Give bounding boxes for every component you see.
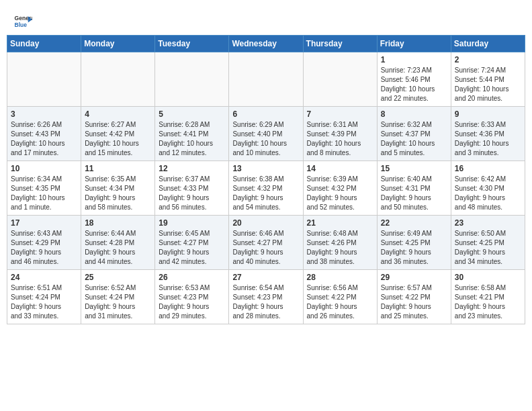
day-number: 4 [85, 109, 151, 119]
weekday-header-friday: Friday [377, 36, 451, 52]
week-row-5: 24Sunrise: 6:51 AM Sunset: 4:24 PM Dayli… [7, 270, 525, 324]
week-row-3: 10Sunrise: 6:34 AM Sunset: 4:35 PM Dayli… [7, 161, 525, 216]
day-number: 23 [455, 218, 521, 228]
week-row-4: 17Sunrise: 6:43 AM Sunset: 4:29 PM Dayli… [7, 216, 525, 270]
calendar-cell: 2Sunrise: 7:24 AM Sunset: 5:44 PM Daylig… [451, 52, 525, 107]
day-info: Sunrise: 6:38 AM Sunset: 4:32 PM Dayligh… [232, 175, 299, 212]
calendar-cell: 11Sunrise: 6:35 AM Sunset: 4:34 PM Dayli… [81, 161, 155, 216]
calendar-cell: 14Sunrise: 6:39 AM Sunset: 4:32 PM Dayli… [303, 161, 377, 216]
day-info: Sunrise: 6:52 AM Sunset: 4:24 PM Dayligh… [85, 283, 151, 321]
calendar-cell: 20Sunrise: 6:46 AM Sunset: 4:27 PM Dayli… [229, 216, 303, 270]
day-number: 7 [307, 109, 373, 119]
day-number: 18 [85, 218, 151, 228]
calendar-cell: 28Sunrise: 6:56 AM Sunset: 4:22 PM Dayli… [303, 270, 377, 324]
calendar-cell: 5Sunrise: 6:28 AM Sunset: 4:41 PM Daylig… [155, 107, 229, 161]
day-number: 13 [232, 164, 299, 173]
calendar-cell: 6Sunrise: 6:29 AM Sunset: 4:40 PM Daylig… [229, 107, 303, 161]
calendar-cell: 25Sunrise: 6:52 AM Sunset: 4:24 PM Dayli… [81, 270, 155, 324]
day-info: Sunrise: 6:35 AM Sunset: 4:34 PM Dayligh… [85, 175, 151, 212]
day-number: 28 [307, 273, 373, 282]
day-number: 3 [11, 109, 77, 119]
day-info: Sunrise: 6:48 AM Sunset: 4:26 PM Dayligh… [307, 229, 373, 267]
day-info: Sunrise: 6:40 AM Sunset: 4:31 PM Dayligh… [381, 175, 447, 212]
day-number: 21 [307, 218, 373, 228]
calendar-cell: 12Sunrise: 6:37 AM Sunset: 4:33 PM Dayli… [155, 161, 229, 216]
day-number: 5 [159, 109, 225, 119]
day-number: 16 [455, 164, 521, 173]
day-number: 2 [455, 55, 521, 64]
day-info: Sunrise: 7:24 AM Sunset: 5:44 PM Dayligh… [455, 66, 521, 103]
day-info: Sunrise: 6:32 AM Sunset: 4:37 PM Dayligh… [381, 120, 447, 158]
svg-text:Blue: Blue [15, 21, 28, 28]
day-number: 8 [381, 109, 447, 119]
day-number: 15 [381, 164, 447, 173]
day-info: Sunrise: 6:50 AM Sunset: 4:25 PM Dayligh… [455, 229, 521, 267]
day-number: 9 [455, 109, 521, 119]
day-number: 29 [381, 273, 447, 282]
day-info: Sunrise: 6:37 AM Sunset: 4:33 PM Dayligh… [159, 175, 225, 212]
calendar-cell: 4Sunrise: 6:27 AM Sunset: 4:42 PM Daylig… [81, 107, 155, 161]
calendar-cell [229, 52, 303, 107]
day-info: Sunrise: 6:53 AM Sunset: 4:23 PM Dayligh… [159, 283, 225, 321]
day-number: 25 [85, 273, 151, 282]
logo: General Blue [13, 12, 32, 31]
calendar-cell: 27Sunrise: 6:54 AM Sunset: 4:23 PM Dayli… [229, 270, 303, 324]
week-row-1: 1Sunrise: 7:23 AM Sunset: 5:46 PM Daylig… [7, 52, 525, 107]
calendar-cell: 21Sunrise: 6:48 AM Sunset: 4:26 PM Dayli… [303, 216, 377, 270]
day-number: 20 [232, 218, 299, 228]
calendar-cell: 24Sunrise: 6:51 AM Sunset: 4:24 PM Dayli… [7, 270, 81, 324]
weekday-header-wednesday: Wednesday [229, 36, 303, 52]
calendar-cell: 17Sunrise: 6:43 AM Sunset: 4:29 PM Dayli… [7, 216, 81, 270]
day-number: 22 [381, 218, 447, 228]
calendar-cell: 30Sunrise: 6:58 AM Sunset: 4:21 PM Dayli… [451, 270, 525, 324]
calendar-table: SundayMondayTuesdayWednesdayThursdayFrid… [7, 35, 525, 324]
day-number: 19 [159, 218, 225, 228]
day-number: 17 [11, 218, 77, 228]
calendar-cell: 22Sunrise: 6:49 AM Sunset: 4:25 PM Dayli… [377, 216, 451, 270]
calendar-cell: 9Sunrise: 6:33 AM Sunset: 4:36 PM Daylig… [451, 107, 525, 161]
day-number: 1 [381, 55, 447, 64]
day-info: Sunrise: 6:34 AM Sunset: 4:35 PM Dayligh… [11, 175, 77, 212]
day-info: Sunrise: 6:56 AM Sunset: 4:22 PM Dayligh… [307, 283, 373, 321]
day-number: 10 [11, 164, 77, 173]
day-info: Sunrise: 6:58 AM Sunset: 4:21 PM Dayligh… [455, 283, 521, 321]
calendar-cell: 16Sunrise: 6:42 AM Sunset: 4:30 PM Dayli… [451, 161, 525, 216]
day-info: Sunrise: 6:27 AM Sunset: 4:42 PM Dayligh… [85, 120, 151, 158]
day-number: 26 [159, 273, 225, 282]
day-info: Sunrise: 6:51 AM Sunset: 4:24 PM Dayligh… [11, 283, 77, 321]
weekday-header-row: SundayMondayTuesdayWednesdayThursdayFrid… [7, 36, 525, 52]
day-info: Sunrise: 6:44 AM Sunset: 4:28 PM Dayligh… [85, 229, 151, 267]
weekday-header-tuesday: Tuesday [155, 36, 229, 52]
calendar-cell: 13Sunrise: 6:38 AM Sunset: 4:32 PM Dayli… [229, 161, 303, 216]
weekday-header-sunday: Sunday [7, 36, 81, 52]
day-info: Sunrise: 6:46 AM Sunset: 4:27 PM Dayligh… [232, 229, 299, 267]
day-number: 11 [85, 164, 151, 173]
day-info: Sunrise: 6:39 AM Sunset: 4:32 PM Dayligh… [307, 175, 373, 212]
calendar-cell: 18Sunrise: 6:44 AM Sunset: 4:28 PM Dayli… [81, 216, 155, 270]
calendar-cell: 29Sunrise: 6:57 AM Sunset: 4:22 PM Dayli… [377, 270, 451, 324]
day-info: Sunrise: 6:33 AM Sunset: 4:36 PM Dayligh… [455, 120, 521, 158]
weekday-header-thursday: Thursday [303, 36, 377, 52]
day-info: Sunrise: 6:29 AM Sunset: 4:40 PM Dayligh… [232, 120, 299, 158]
day-info: Sunrise: 6:49 AM Sunset: 4:25 PM Dayligh… [381, 229, 447, 267]
calendar-cell: 15Sunrise: 6:40 AM Sunset: 4:31 PM Dayli… [377, 161, 451, 216]
day-info: Sunrise: 6:28 AM Sunset: 4:41 PM Dayligh… [159, 120, 225, 158]
day-info: Sunrise: 7:23 AM Sunset: 5:46 PM Dayligh… [381, 66, 447, 103]
day-info: Sunrise: 6:43 AM Sunset: 4:29 PM Dayligh… [11, 229, 77, 267]
week-row-2: 3Sunrise: 6:26 AM Sunset: 4:43 PM Daylig… [7, 107, 525, 161]
day-number: 6 [232, 109, 299, 119]
calendar-cell [7, 52, 81, 107]
calendar-cell: 19Sunrise: 6:45 AM Sunset: 4:27 PM Dayli… [155, 216, 229, 270]
weekday-header-saturday: Saturday [451, 36, 525, 52]
day-info: Sunrise: 6:54 AM Sunset: 4:23 PM Dayligh… [232, 283, 299, 321]
day-number: 30 [455, 273, 521, 282]
calendar-cell: 10Sunrise: 6:34 AM Sunset: 4:35 PM Dayli… [7, 161, 81, 216]
weekday-header-monday: Monday [81, 36, 155, 52]
day-number: 24 [11, 273, 77, 282]
day-number: 12 [159, 164, 225, 173]
day-info: Sunrise: 6:42 AM Sunset: 4:30 PM Dayligh… [455, 175, 521, 212]
calendar-cell: 3Sunrise: 6:26 AM Sunset: 4:43 PM Daylig… [7, 107, 81, 161]
day-number: 27 [232, 273, 299, 282]
calendar-cell: 1Sunrise: 7:23 AM Sunset: 5:46 PM Daylig… [377, 52, 451, 107]
day-number: 14 [307, 164, 373, 173]
